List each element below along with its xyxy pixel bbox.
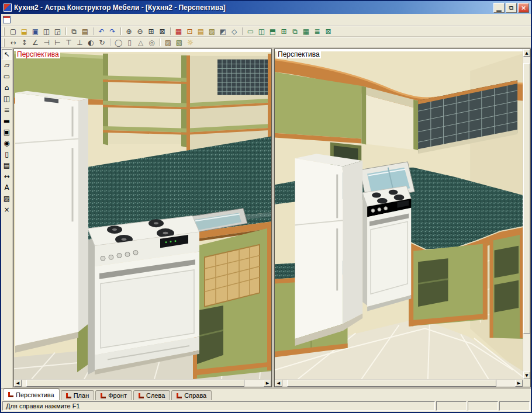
tab-front[interactable]: Фронт xyxy=(95,390,132,400)
print-button[interactable]: ◫ xyxy=(41,26,52,36)
tab-perspective[interactable]: Перспектива xyxy=(3,388,60,400)
pane-vertical-split-button[interactable]: ◫ xyxy=(256,26,267,36)
room-tool-button[interactable]: ⌂ xyxy=(2,82,12,93)
tile-windows-button[interactable]: ▦ xyxy=(300,26,312,36)
scroll-track[interactable] xyxy=(523,57,530,372)
scroll-track[interactable] xyxy=(22,380,264,387)
restore-button[interactable]: ⧉ xyxy=(506,3,517,13)
menu-edit[interactable] xyxy=(21,18,30,22)
undo-button[interactable]: ↶ xyxy=(96,26,107,36)
dimension-tool-button[interactable]: ↔ xyxy=(2,171,12,182)
tab-left[interactable]: Слева xyxy=(133,390,170,400)
delete-tool-button[interactable]: × xyxy=(2,204,12,215)
material-tool-button[interactable]: ▨ xyxy=(2,193,12,204)
scroll-track[interactable] xyxy=(282,380,515,387)
toolbar-grip[interactable] xyxy=(4,39,5,47)
shelf-tool-button[interactable]: ≡ xyxy=(2,105,12,115)
door-tool-button[interactable]: ▯ xyxy=(2,149,12,159)
stove[interactable] xyxy=(88,216,199,374)
rotate-button[interactable]: ↻ xyxy=(96,37,108,47)
materials-button[interactable]: ▨ xyxy=(206,26,217,36)
pane-horizontal-split-button[interactable]: ⬒ xyxy=(267,26,278,36)
mirror-button[interactable]: ◐ xyxy=(85,37,96,47)
right-viewport-v-scrollbar[interactable]: ▲ ▼ xyxy=(523,49,530,379)
menu-project[interactable] xyxy=(40,18,49,22)
toolbar-grip[interactable] xyxy=(4,27,5,36)
torus-primitive-button[interactable]: ◎ xyxy=(146,37,157,47)
print-preview-button[interactable]: ◲ xyxy=(52,26,63,36)
scroll-thumb[interactable] xyxy=(26,380,244,387)
scroll-thumb[interactable] xyxy=(523,63,530,334)
scroll-down-button[interactable]: ▼ xyxy=(523,372,530,379)
align-top-button[interactable]: ⊤ xyxy=(63,37,74,47)
wireframe-button[interactable]: ◇ xyxy=(229,26,240,36)
viewport-left-canvas[interactable]: Перспектива xyxy=(14,49,271,379)
snap-button[interactable]: ⊡ xyxy=(184,26,195,36)
paste-button[interactable]: ▤ xyxy=(80,26,91,36)
cylinder-primitive-button[interactable]: ▯ xyxy=(124,37,135,47)
zoom-extents-button[interactable]: ⊠ xyxy=(157,26,168,36)
appliance-tool-button[interactable]: ▣ xyxy=(2,127,12,137)
sphere-primitive-button[interactable]: ◯ xyxy=(113,37,124,47)
text-tool-button[interactable]: A xyxy=(2,182,12,193)
open-button[interactable]: ⬓ xyxy=(19,26,30,36)
dimension-linear-button[interactable]: ↔ xyxy=(8,37,19,47)
document-icon[interactable] xyxy=(3,16,11,23)
copy-button[interactable]: ⧉ xyxy=(68,26,80,36)
new-button[interactable]: ▢ xyxy=(8,26,19,36)
render-light-button[interactable]: ☼ xyxy=(185,37,196,47)
scroll-thumb[interactable] xyxy=(287,380,496,387)
scroll-up-button[interactable]: ▲ xyxy=(523,49,530,57)
align-left-button[interactable]: ⊣ xyxy=(41,37,52,47)
render-texture-button[interactable]: ▧ xyxy=(174,37,185,47)
select-tool-button[interactable]: ↖ xyxy=(2,49,12,60)
stove[interactable] xyxy=(362,186,411,311)
align-bottom-button[interactable]: ⊥ xyxy=(74,37,85,47)
scroll-right-button[interactable]: ▶ xyxy=(515,380,523,387)
tab-plan[interactable]: План xyxy=(61,390,95,400)
render-material-button[interactable]: ▨ xyxy=(163,37,174,47)
menu-file[interactable] xyxy=(12,18,21,22)
fridge[interactable] xyxy=(15,91,88,353)
right-viewport-h-scrollbar[interactable]: ◀ ▶ xyxy=(275,379,523,387)
viewport-right[interactable]: Перспектива ▲ ▼ ◀ ▶ xyxy=(274,48,531,387)
edit-points-tool-button[interactable]: ▱ xyxy=(2,60,12,71)
viewport-left[interactable]: Перспектива ◀ ▶ xyxy=(13,48,272,387)
minimize-button[interactable]: ▁ xyxy=(493,3,505,13)
wall-tool-button[interactable]: ▭ xyxy=(2,71,12,82)
cone-primitive-button[interactable]: △ xyxy=(135,37,146,47)
menu-window[interactable] xyxy=(58,18,68,22)
sink-tool-button[interactable]: ◉ xyxy=(2,138,12,148)
cascade-windows-button[interactable]: ⧉ xyxy=(289,26,300,36)
scroll-left-button[interactable]: ◀ xyxy=(275,380,282,387)
drawer-tool-button[interactable]: ▤ xyxy=(2,160,12,171)
close-window-button[interactable]: ⊠ xyxy=(323,26,334,36)
zoom-window-button[interactable]: ⊞ xyxy=(146,26,157,36)
pane-quad-button[interactable]: ⊞ xyxy=(278,26,289,36)
save-button[interactable]: ▣ xyxy=(30,26,41,36)
texture-button[interactable]: ▤ xyxy=(195,26,206,36)
worktop-tool-button[interactable]: ▬ xyxy=(2,116,12,126)
scroll-left-button[interactable]: ◀ xyxy=(14,380,22,387)
pane-single-button[interactable]: ▭ xyxy=(245,26,256,36)
menu-help[interactable] xyxy=(68,18,77,22)
scroll-right-button[interactable]: ▶ xyxy=(264,380,271,387)
close-button[interactable]: × xyxy=(518,3,529,13)
cylinder-primitive-icon: ▯ xyxy=(127,39,132,46)
viewport-right-canvas[interactable]: Перспектива xyxy=(275,49,523,379)
align-right-button[interactable]: ⊢ xyxy=(52,37,63,47)
redo-button[interactable]: ↷ xyxy=(107,26,118,36)
left-viewport-h-scrollbar[interactable]: ◀ ▶ xyxy=(14,379,271,387)
tab-right[interactable]: Справа xyxy=(171,390,212,400)
dimension-angle-button[interactable]: ∠ xyxy=(30,37,41,47)
shadows-button[interactable]: ◩ xyxy=(217,26,229,36)
menu-service[interactable] xyxy=(49,18,58,22)
fridge[interactable] xyxy=(295,154,363,346)
grid-button[interactable]: ▦ xyxy=(173,26,184,36)
zoom-in-button[interactable]: ⊕ xyxy=(123,26,134,36)
menu-view[interactable] xyxy=(30,18,40,22)
arrange-windows-button[interactable]: ≣ xyxy=(312,26,323,36)
cabinet-tool-button[interactable]: ◫ xyxy=(2,93,12,104)
zoom-out-button[interactable]: ⊖ xyxy=(134,26,146,36)
dimension-vertical-button[interactable]: ↕ xyxy=(19,37,30,47)
